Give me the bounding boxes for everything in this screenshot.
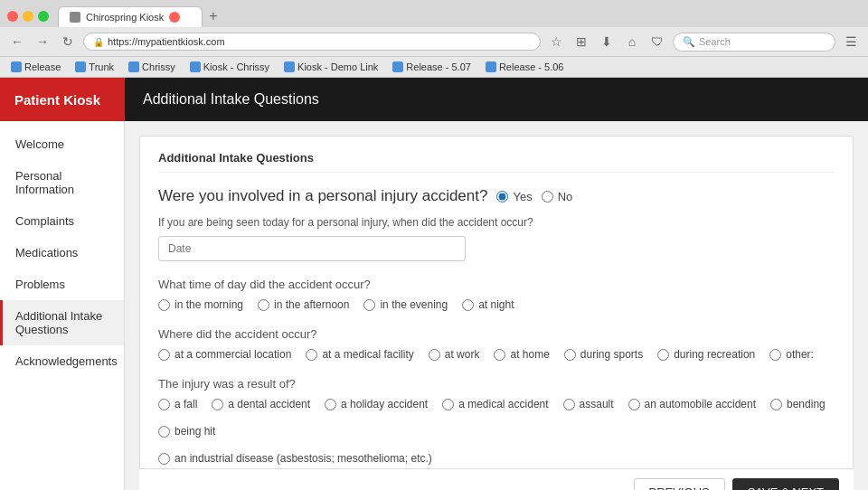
q3-radio-recreation[interactable] xyxy=(657,349,669,361)
q3-radio-commercial[interactable] xyxy=(158,349,170,361)
sidebar-item-welcome[interactable]: Welcome xyxy=(0,128,124,160)
q2-radio-evening[interactable] xyxy=(363,299,375,311)
q3-radio-medical[interactable] xyxy=(306,349,317,361)
minimize-window-btn[interactable] xyxy=(23,11,33,22)
q3-option-sports[interactable]: during sports xyxy=(564,348,643,361)
q4-option-holiday[interactable]: a holiday accident xyxy=(325,398,428,410)
search-bar[interactable]: 🔍 Search xyxy=(673,33,835,52)
q4-option-bending[interactable]: bending xyxy=(770,398,826,410)
q3-option-recreation[interactable]: during recreation xyxy=(657,348,755,361)
q4-option-dental[interactable]: a dental accident xyxy=(212,398,310,410)
date-input[interactable] xyxy=(158,236,466,261)
home-btn[interactable]: ⌂ xyxy=(622,32,642,52)
q2-option-morning[interactable]: in the morning xyxy=(158,298,243,311)
bookmark-release-506[interactable]: Release - 5.06 xyxy=(482,60,568,74)
q3-option-work[interactable]: at work xyxy=(429,348,480,361)
q4-option-assault[interactable]: assault xyxy=(563,398,614,410)
q1-option-no[interactable]: No xyxy=(542,190,573,203)
q1-sub-text: If you are being seen today for a person… xyxy=(158,216,835,229)
sidebar-item-additional-intake[interactable]: Additional Intake Questions xyxy=(0,300,124,345)
q3-option-medical[interactable]: at a medical facility xyxy=(306,348,413,361)
bookmark-kiosk-demo[interactable]: Kiosk - Demo Link xyxy=(280,60,382,74)
q3-option-commercial[interactable]: at a commercial location xyxy=(158,348,291,361)
q1-option-yes[interactable]: Yes xyxy=(496,190,532,203)
bookmark-icon xyxy=(392,61,403,72)
q4-option-medical[interactable]: a medical accident xyxy=(442,398,548,410)
url-bar[interactable]: 🔒 https://mypatientkiosk.com xyxy=(83,33,541,51)
q1-radio-no[interactable] xyxy=(542,191,553,203)
tab-title: Chirospring Kiosk xyxy=(86,12,164,23)
q4-radio-automobile[interactable] xyxy=(628,399,640,410)
save-next-button[interactable]: SAVE & NEXT xyxy=(732,478,839,490)
bookmarks-bar: Release Trunk Chrissy Kiosk - Chrissy Ki… xyxy=(0,56,868,77)
q4-title: The injury was a result of? xyxy=(158,377,835,391)
q2-radio-morning[interactable] xyxy=(158,299,170,311)
app-header: Patient Kiosk Additional Intake Question… xyxy=(0,78,868,121)
browser-tab[interactable]: Chirospring Kiosk × xyxy=(58,6,203,27)
header-title: Additional Intake Questions xyxy=(125,91,337,108)
bookmark-kiosk-chrissy[interactable]: Kiosk - Chrissy xyxy=(186,60,273,74)
footer-bar: PREVIOUS SAVE & NEXT xyxy=(139,468,854,490)
bookmark-trunk[interactable]: Trunk xyxy=(71,60,118,74)
q4-option-automobile[interactable]: an automobile accident xyxy=(628,398,756,410)
bookmark-release-507[interactable]: Release - 5.07 xyxy=(389,60,475,74)
q3-radio-other[interactable] xyxy=(769,349,781,361)
sidebar-item-medications[interactable]: Medications xyxy=(0,237,124,269)
q1-radio-yes[interactable] xyxy=(496,191,508,203)
tab-close-btn[interactable]: × xyxy=(169,12,180,23)
q3-radio-home[interactable] xyxy=(494,349,505,361)
reader-view-btn[interactable]: ⊞ xyxy=(571,32,591,52)
q2-option-afternoon[interactable]: in the afternoon xyxy=(258,298,349,311)
bookmark-star-btn[interactable]: ☆ xyxy=(546,32,566,52)
bookmark-release[interactable]: Release xyxy=(7,60,64,74)
q2-radio-night[interactable] xyxy=(462,299,474,311)
bookmark-label: Chrissy xyxy=(142,61,175,72)
sidebar-item-acknowledgements[interactable]: Acknowledgements xyxy=(0,345,124,377)
bookmark-icon xyxy=(11,61,22,72)
q2-option-evening[interactable]: in the evening xyxy=(363,298,448,311)
q3-option-home[interactable]: at home xyxy=(494,348,549,361)
q4-option-being-hit[interactable]: being hit xyxy=(158,425,215,438)
previous-button[interactable]: PREVIOUS xyxy=(634,478,725,490)
q3-radio-sports[interactable] xyxy=(564,349,576,361)
sidebar: Welcome Personal Information Complaints … xyxy=(0,121,125,490)
q4-radio-bending[interactable] xyxy=(770,399,782,410)
main-content: Additional Intake Questions Were you inv… xyxy=(125,121,868,490)
q3-option-other[interactable]: other: xyxy=(769,348,814,361)
q3-options: at a commercial location at a medical fa… xyxy=(158,348,835,361)
maximize-window-btn[interactable] xyxy=(38,11,49,22)
q4-radio-medical[interactable] xyxy=(442,399,454,410)
q4-radio-fall[interactable] xyxy=(158,399,170,410)
q2-option-night[interactable]: at night xyxy=(462,298,514,311)
q4-radio-assault[interactable] xyxy=(563,399,575,410)
search-placeholder: Search xyxy=(699,36,731,47)
sidebar-item-problems[interactable]: Problems xyxy=(0,269,124,300)
bookmark-label: Release - 5.06 xyxy=(499,61,564,72)
q4-radio-holiday[interactable] xyxy=(325,399,336,410)
shield-btn[interactable]: 🛡 xyxy=(647,32,667,52)
forward-button[interactable]: → xyxy=(33,32,52,52)
bookmark-chrissy[interactable]: Chrissy xyxy=(125,60,179,74)
download-btn[interactable]: ⬇ xyxy=(597,32,617,52)
q4-radio-industrial[interactable] xyxy=(158,453,170,465)
bookmark-label: Release xyxy=(24,61,61,72)
q4-option-industrial[interactable]: an industrial disease (asbestosis; mesot… xyxy=(158,452,835,465)
close-window-btn[interactable] xyxy=(7,11,18,22)
q2-radio-afternoon[interactable] xyxy=(258,299,269,311)
reload-button[interactable]: ↻ xyxy=(58,32,78,52)
q3-radio-work[interactable] xyxy=(429,349,440,361)
q2-title: What time of day did the accident occur? xyxy=(158,278,835,291)
question-title-q1: Were you involved in a personal injury a… xyxy=(158,187,835,205)
new-tab-button[interactable]: + xyxy=(203,5,224,27)
bookmark-icon xyxy=(75,61,86,72)
sidebar-item-complaints[interactable]: Complaints xyxy=(0,205,124,237)
q4-option-fall[interactable]: a fall xyxy=(158,398,197,410)
sidebar-item-personal-information[interactable]: Personal Information xyxy=(0,160,124,205)
q4-radio-dental[interactable] xyxy=(212,399,223,410)
q4-radio-being-hit[interactable] xyxy=(158,426,170,438)
back-button[interactable]: ← xyxy=(7,32,27,52)
menu-btn[interactable]: ☰ xyxy=(841,32,861,52)
bookmark-icon xyxy=(190,61,201,72)
tab-favicon xyxy=(70,12,80,23)
section-card: Additional Intake Questions Were you inv… xyxy=(139,136,854,490)
